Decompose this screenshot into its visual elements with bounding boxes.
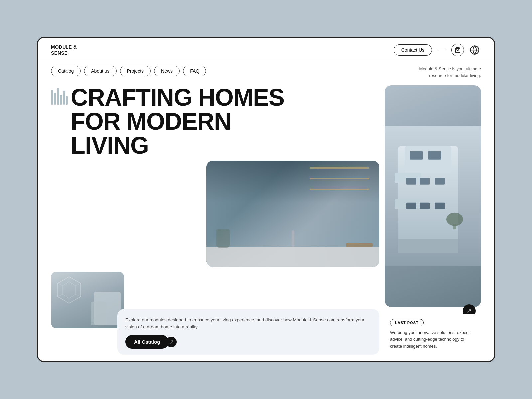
svg-rect-17	[428, 151, 441, 160]
nav-faq[interactable]: FAQ	[183, 66, 206, 76]
accent-line-1	[51, 90, 53, 105]
nav-area: Catalog About us Projects News FAQ Modul…	[38, 61, 494, 82]
nav-links: Catalog About us Projects News FAQ	[51, 66, 206, 76]
countertop	[206, 247, 379, 267]
nav-about[interactable]: About us	[84, 66, 116, 76]
building-image-inner	[385, 85, 481, 307]
header-right: Contact Us	[394, 44, 481, 56]
svg-rect-22	[420, 203, 430, 209]
accent-line-2	[54, 93, 56, 105]
accent-lines-decoration	[51, 88, 68, 105]
building-image	[385, 85, 481, 307]
svg-line-7	[76, 294, 81, 297]
svg-rect-19	[420, 178, 430, 185]
accent-line-3	[57, 88, 59, 105]
images-area: Explore our modules designed to enhance …	[51, 161, 379, 355]
hero-title-area: CRAFTING HOMES FOR MODERN LIVING	[51, 85, 379, 157]
hero-title: CRAFTING HOMES FOR MODERN LIVING	[51, 85, 379, 157]
faucet	[292, 230, 294, 247]
svg-rect-16	[410, 151, 423, 160]
svg-rect-21	[406, 203, 416, 209]
header-connector-line	[437, 50, 447, 50]
svg-line-6	[76, 283, 81, 286]
svg-rect-23	[435, 203, 445, 209]
last-post-card: LAST POST We bring you innovative soluti…	[385, 314, 481, 355]
nav-tagline: Module & Sense is your ultimate resource…	[415, 66, 481, 79]
right-column: ↗ LAST POST We bring you innovative solu…	[385, 85, 481, 355]
header: MODULE & SENSE Contact Us	[38, 38, 494, 61]
svg-rect-24	[398, 239, 458, 253]
last-post-text: We bring you innovative solutions, exper…	[390, 330, 476, 350]
shelf-3	[310, 189, 369, 190]
nav-catalog[interactable]: Catalog	[51, 66, 81, 76]
info-card-text: Explore our modules designed to enhance …	[125, 316, 371, 331]
cutting-board	[346, 243, 373, 247]
catalog-btn-area: All Catalog ↗	[125, 335, 371, 349]
accent-line-6	[66, 96, 68, 105]
nav-news[interactable]: News	[154, 66, 180, 76]
svg-line-9	[58, 294, 63, 297]
svg-line-10	[58, 283, 63, 286]
accent-line-4	[60, 95, 62, 105]
info-card: Explore our modules designed to enhance …	[117, 309, 379, 355]
shopping-bag-icon[interactable]	[451, 44, 464, 56]
accent-line-5	[63, 91, 65, 105]
logo: MODULE & SENSE	[51, 44, 77, 56]
svg-rect-20	[435, 178, 445, 185]
house-small-image	[51, 272, 124, 328]
main-content: CRAFTING HOMES FOR MODERN LIVING	[38, 82, 494, 361]
building-facade-svg	[385, 85, 481, 307]
last-post-label: LAST POST	[390, 319, 424, 326]
globe-icon[interactable]	[468, 44, 481, 56]
left-column: CRAFTING HOMES FOR MODERN LIVING	[51, 85, 379, 355]
contact-us-button[interactable]: Contact Us	[394, 44, 432, 56]
catalog-arrow-icon[interactable]: ↗	[166, 337, 177, 347]
all-catalog-button[interactable]: All Catalog	[125, 335, 169, 349]
svg-marker-4	[63, 282, 76, 298]
browser-frame: MODULE & SENSE Contact Us	[37, 37, 495, 362]
kitchen-shelves	[310, 167, 369, 199]
nav-projects[interactable]: Projects	[120, 66, 151, 76]
shelf-2	[310, 178, 369, 179]
house-wireframe-svg	[54, 275, 84, 305]
svg-rect-18	[406, 178, 416, 185]
kitchen-image	[206, 161, 379, 267]
plant-pot	[216, 229, 230, 248]
svg-rect-26	[453, 224, 456, 229]
shelf-1	[310, 167, 369, 169]
post-card-wrapper: ↗ LAST POST We bring you innovative solu…	[385, 311, 481, 355]
building-block-overlay-2	[91, 302, 107, 325]
svg-point-25	[446, 213, 463, 226]
kitchen-image-inner	[206, 161, 379, 267]
